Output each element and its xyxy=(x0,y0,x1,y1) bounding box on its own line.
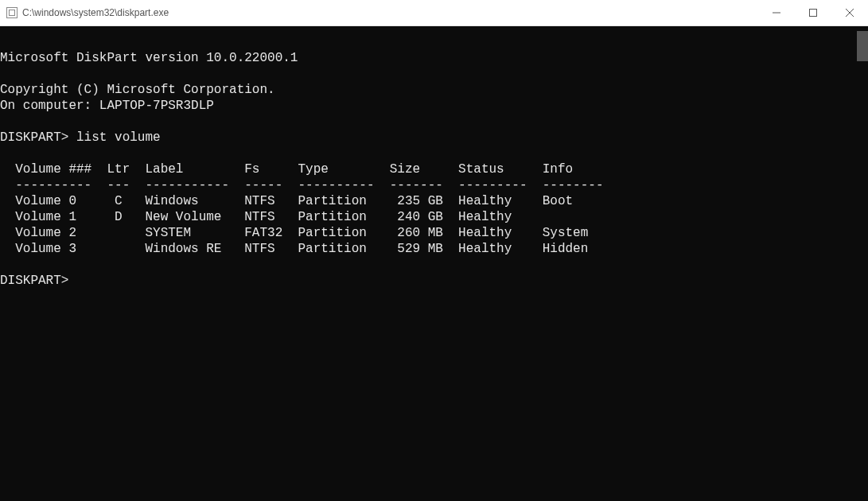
minimize-icon xyxy=(773,9,780,17)
table-row: Volume 3 Windows RE NTFS Partition 529 M… xyxy=(0,242,588,256)
minimize-button[interactable] xyxy=(758,0,795,25)
terminal-area[interactable]: Microsoft DiskPart version 10.0.22000.1 … xyxy=(0,26,868,501)
close-icon xyxy=(846,9,854,17)
app-window: C:\windows\system32\diskpart.exe xyxy=(0,0,868,501)
close-button[interactable] xyxy=(831,0,868,25)
prompt-line: DISKPART> list volume xyxy=(0,130,161,145)
output-line: On computer: LAPTOP-7PSR3DLP xyxy=(0,99,214,113)
maximize-icon xyxy=(809,9,817,17)
scrollbar-thumb[interactable] xyxy=(857,31,868,61)
titlebar-left: C:\windows\system32\diskpart.exe xyxy=(6,7,169,18)
output-line: Microsoft DiskPart version 10.0.22000.1 xyxy=(0,51,298,65)
window-title: C:\windows\system32\diskpart.exe xyxy=(22,7,169,18)
window-controls xyxy=(758,0,868,25)
svg-rect-1 xyxy=(810,10,817,17)
table-header: Volume ### Ltr Label Fs Type Size Status… xyxy=(0,162,573,177)
table-row: Volume 2 SYSTEM FAT32 Partition 260 MB H… xyxy=(0,226,588,240)
maximize-button[interactable] xyxy=(795,0,831,25)
table-divider: ---------- --- ----------- ----- -------… xyxy=(0,178,604,192)
table-row: Volume 1 D New Volume NTFS Partition 240… xyxy=(0,210,512,224)
prompt-line: DISKPART> xyxy=(0,274,68,288)
table-row: Volume 0 C Windows NTFS Partition 235 GB… xyxy=(0,194,573,208)
terminal-output: Microsoft DiskPart version 10.0.22000.1 … xyxy=(0,26,868,289)
output-line: Copyright (C) Microsoft Corporation. xyxy=(0,83,275,97)
titlebar[interactable]: C:\windows\system32\diskpart.exe xyxy=(0,0,868,26)
app-icon xyxy=(6,7,18,18)
